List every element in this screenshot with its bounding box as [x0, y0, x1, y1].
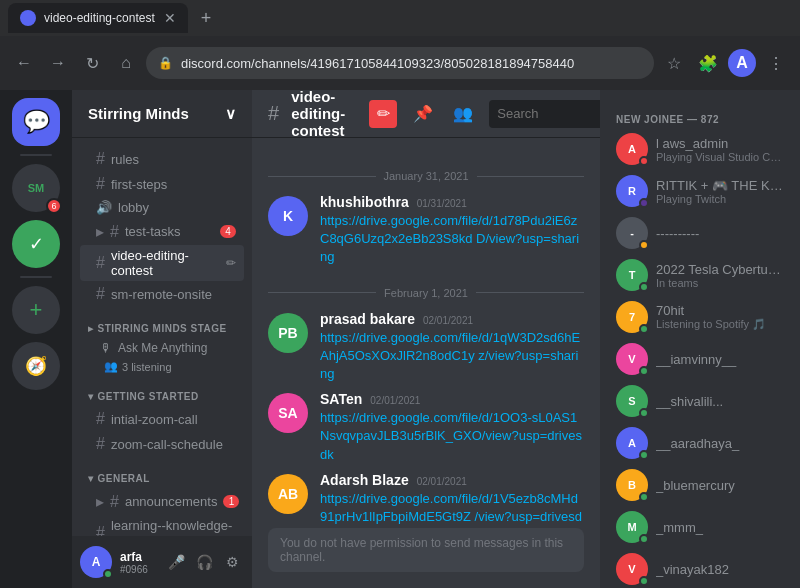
member-status-indicator — [639, 324, 649, 334]
channel-ask-me-anything[interactable]: 🎙 Ask Me Anything — [76, 339, 248, 357]
channel-zoom-call-schedule[interactable]: # zoom-call-schedule — [80, 432, 244, 456]
chat-header: # video-editing-contest ✏ 📌 👥 🔍 📥 ❓ — [252, 90, 600, 138]
member-item[interactable]: 770hitListening to Spotify 🎵 — [608, 297, 792, 337]
explore-servers-button[interactable]: 🧭 — [12, 342, 60, 390]
channel-video-editing-contest[interactable]: # video-editing-contest ✏ — [80, 245, 244, 281]
message-khushi: K khushibothra 01/31/2021 https://drive.… — [252, 190, 600, 271]
user-avatar[interactable]: A — [80, 546, 112, 578]
reload-button[interactable]: ↻ — [78, 49, 106, 77]
member-avatar: B — [616, 469, 648, 501]
member-info: __aaradhaya_ — [656, 436, 784, 451]
section-stirring-minds-stage[interactable]: ▸ STIRRING MINDS STAGE — [72, 307, 252, 338]
pin-icon[interactable]: 📌 — [409, 100, 437, 128]
msg-timestamp-adarsh: 02/01/2021 — [417, 476, 467, 487]
hash-icon: # — [96, 285, 105, 303]
member-item[interactable]: RRITTIK + 🎮 THE KNI...Playing Twitch — [608, 171, 792, 211]
server-icon-sm[interactable]: SM 6 — [12, 164, 60, 212]
chat-input-area: You do not have permission to send messa… — [252, 528, 600, 588]
member-status-indicator — [639, 492, 649, 502]
home-button[interactable]: ⌂ — [112, 49, 140, 77]
tab-close-button[interactable]: ✕ — [164, 10, 176, 26]
member-status-indicator — [639, 282, 649, 292]
member-item[interactable]: A__aaradhaya_ — [608, 423, 792, 463]
avatar-adarsh[interactable]: AB — [268, 474, 308, 514]
member-item[interactable]: T2022 Tesla CybertuktukIn teams — [608, 255, 792, 295]
pencil-icon-active[interactable]: ✏ — [369, 100, 397, 128]
msg-link-prasad[interactable]: https://drive.google.com/file/d/1qW3D2sd… — [320, 330, 580, 381]
channel-name-izc: intial-zoom-call — [111, 412, 236, 427]
msg-link-adarsh[interactable]: https://drive.google.com/file/d/1V5ezb8c… — [320, 491, 582, 528]
msg-header-saten: SATen 02/01/2021 — [320, 391, 584, 407]
divider-line-right-feb1 — [476, 292, 584, 293]
discord-logo: 💬 — [23, 109, 50, 135]
unread-badge-test-tasks: 4 — [220, 225, 236, 238]
back-button[interactable]: ← — [10, 49, 38, 77]
section-label-gen: GENERAL — [98, 473, 150, 484]
channel-initial-zoom-call[interactable]: # intial-zoom-call — [80, 407, 244, 431]
sidebar-footer: A arfa #0966 🎤 🎧 ⚙ — [72, 536, 252, 588]
extensions-button[interactable]: 🧩 — [694, 49, 722, 77]
section-general[interactable]: ▾ GENERAL — [72, 457, 252, 488]
member-item[interactable]: Al aws_adminPlaying Visual Studio Code — [608, 129, 792, 169]
address-bar[interactable]: 🔒 discord.com/channels/41961710584410932… — [146, 47, 654, 79]
server-icon-green[interactable]: ✓ — [12, 220, 60, 268]
chat-search-input[interactable] — [497, 106, 599, 121]
msg-username-prasad: prasad bakare — [320, 311, 415, 327]
forward-button[interactable]: → — [44, 49, 72, 77]
member-status-indicator — [639, 240, 649, 250]
section-getting-started[interactable]: ▾ GETTING STARTED — [72, 375, 252, 406]
member-info: _vinayak182 — [656, 562, 784, 577]
new-tab-button[interactable]: + — [192, 4, 220, 32]
msg-text-prasad: https://drive.google.com/file/d/1qW3D2sd… — [320, 329, 584, 384]
channel-sm-remote-onsite[interactable]: # sm-remote-onsite — [80, 282, 244, 306]
microphone-icon[interactable]: 🎤 — [164, 550, 188, 574]
member-status-indicator — [639, 450, 649, 460]
member-item[interactable]: V__iamvinny__ — [608, 339, 792, 379]
channel-lobby[interactable]: 🔊 lobby — [80, 197, 244, 218]
msg-content-adarsh: Adarsh Blaze 02/01/2021 https://drive.go… — [320, 472, 584, 528]
channel-announcements[interactable]: ▸ # announcements 1 — [80, 489, 244, 514]
avatar-saten[interactable]: SA — [268, 393, 308, 433]
member-info: __iamvinny__ — [656, 352, 784, 367]
member-name: 2022 Tesla Cybertuktuk — [656, 262, 784, 277]
tab-favicon — [20, 10, 36, 26]
bookmark-star-button[interactable]: ☆ — [660, 49, 688, 77]
msg-link-saten[interactable]: https://drive.google.com/file/d/1OO3-sL0… — [320, 410, 582, 461]
section-chevron-icon-gs: ▾ — [88, 391, 94, 402]
server-divider-2 — [20, 276, 52, 278]
user-tag: #0966 — [120, 564, 156, 575]
server-sm-logo: SM — [28, 182, 45, 194]
member-item[interactable]: ----------- — [608, 213, 792, 253]
date-divider-jan31: January 31, 2021 — [252, 154, 600, 190]
listeners-count: 👥 3 listening — [72, 358, 252, 375]
channel-first-steps[interactable]: # first-steps — [80, 172, 244, 196]
member-item[interactable]: B_bluemercury — [608, 465, 792, 505]
avatar-khushi[interactable]: K — [268, 196, 308, 236]
msg-content-khushi: khushibothra 01/31/2021 https://drive.go… — [320, 194, 584, 267]
settings-icon[interactable]: ⚙ — [220, 550, 244, 574]
hash-icon: # — [96, 435, 105, 453]
channel-rules[interactable]: # rules — [80, 147, 244, 171]
menu-button[interactable]: ⋮ — [762, 49, 790, 77]
member-item[interactable]: V_vinayak182 — [608, 549, 792, 588]
channel-name-sm-remote: sm-remote-onsite — [111, 287, 236, 302]
member-item[interactable]: M_mmm_ — [608, 507, 792, 547]
channel-test-tasks[interactable]: ▸ # test-tasks 4 — [80, 219, 244, 244]
user-profile-button[interactable]: A — [728, 49, 756, 77]
discord-home-button[interactable]: 💬 — [12, 98, 60, 146]
server-divider — [20, 154, 52, 156]
active-tab[interactable]: video-editing-contest ✕ — [8, 3, 188, 33]
lock-icon: 🔒 — [158, 56, 173, 70]
member-avatar: V — [616, 343, 648, 375]
member-item[interactable]: S__shivalili... — [608, 381, 792, 421]
member-name: RITTIK + 🎮 THE KNI... — [656, 178, 784, 193]
headphone-icon[interactable]: 🎧 — [192, 550, 216, 574]
server-header[interactable]: Stirring Minds ∨ — [72, 90, 252, 138]
avatar-prasad[interactable]: PB — [268, 313, 308, 353]
msg-link-khushi[interactable]: https://drive.google.com/file/d/1d78Pdu2… — [320, 213, 579, 264]
members-icon[interactable]: 👥 — [449, 100, 477, 128]
msg-header-prasad: prasad bakare 02/01/2021 — [320, 311, 584, 327]
channel-learning-knowledge[interactable]: # learning--knowledge--re... — [80, 515, 244, 536]
add-server-button[interactable]: + — [12, 286, 60, 334]
message-saten: SA SATen 02/01/2021 https://drive.google… — [252, 387, 600, 468]
